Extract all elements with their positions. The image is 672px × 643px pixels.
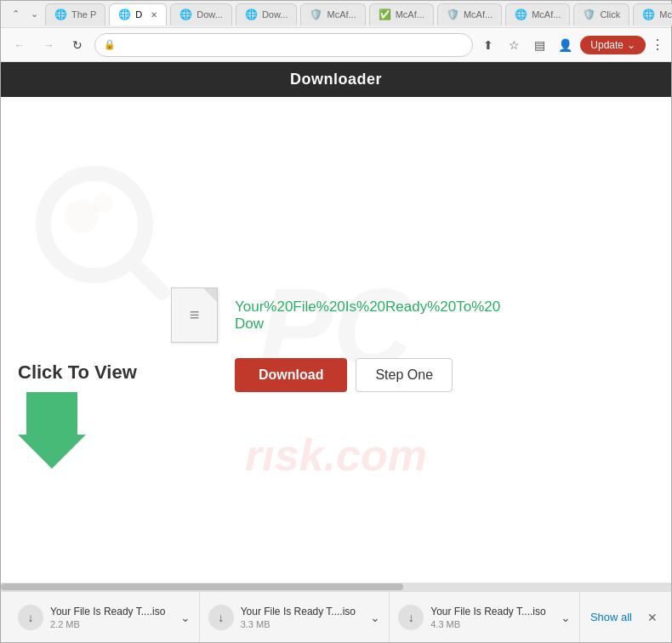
update-button[interactable]: Update ⌄	[580, 36, 646, 54]
download-button[interactable]: Download	[235, 358, 347, 392]
page-header: Downloader	[1, 62, 671, 97]
title-bar: ⌃ ⌄ 🌐 The P 🌐 D ✕ 🌐 Dow... 🌐 Dow... 🛡️	[1, 1, 671, 28]
forward-button[interactable]: →	[37, 33, 60, 57]
arrow-down-icon	[18, 392, 86, 469]
tab-favicon-1: 🌐	[54, 9, 66, 20]
dl-icon-3: ↓	[398, 605, 424, 630]
download-bar-close[interactable]: ✕	[642, 611, 663, 624]
dl-info-3: Your File Is Ready T....iso 4.3 MB	[430, 606, 550, 629]
tab-favicon-6: ✅	[379, 9, 390, 20]
tab-5[interactable]: 🛡️ McAf...	[300, 3, 365, 26]
tab-favicon-5: 🛡️	[310, 9, 322, 20]
svg-point-3	[93, 193, 113, 213]
tab-label-8: McAf...	[532, 9, 561, 20]
tab-close-icon[interactable]: ✕	[151, 10, 157, 20]
tab-favicon-7: 🛡️	[447, 9, 458, 20]
download-bar: ↓ Your File Is Ready T....iso 2.2 MB ⌄ ↓…	[1, 591, 671, 642]
dl-size-3: 4.3 MB	[430, 619, 550, 629]
file-ready-text: Your%20File%20Is%20Ready%20To%20Dow	[235, 299, 507, 333]
click-to-view-section: Click To View	[18, 361, 137, 472]
file-ready-section: ≡ Your%20File%20Is%20Ready%20To%20Dow	[171, 287, 654, 343]
download-item-1: ↓ Your File Is Ready T....iso 2.2 MB ⌄	[9, 592, 200, 642]
chevron-up-icon[interactable]: ⌃	[8, 7, 23, 22]
page-header-title: Downloader	[290, 71, 382, 88]
download-item-3: ↓ Your File Is Ready T....iso 4.3 MB ⌄	[390, 592, 580, 642]
tab-6[interactable]: ✅ McAf...	[369, 3, 434, 26]
update-chevron-icon: ⌄	[627, 39, 635, 51]
tab-label-3: Dow...	[196, 9, 223, 20]
step-one-button[interactable]: Step One	[356, 358, 453, 392]
browser-menu-button[interactable]: ⋮	[651, 37, 664, 53]
tab-3[interactable]: 🌐 Dow...	[170, 3, 232, 26]
tab-label-2: D	[135, 9, 142, 20]
zip-symbol: ≡	[190, 305, 200, 325]
tab-favicon-9: 🛡️	[583, 9, 595, 20]
lock-icon: 🔒	[104, 39, 116, 50]
tab-8[interactable]: 🌐 McAf...	[505, 3, 570, 26]
tab-label-4: Dow...	[262, 9, 288, 20]
file-icon: ≡	[171, 287, 218, 343]
profile-icon[interactable]: 👤	[555, 35, 575, 55]
tab-label-10: McAf...	[659, 9, 672, 20]
tab-label-1: The P	[71, 9, 96, 20]
dl-info-2: Your File Is Ready T....iso 3.3 MB	[241, 606, 361, 629]
dl-name-3: Your File Is Ready T....iso	[430, 606, 550, 617]
dl-chevron-1[interactable]: ⌄	[180, 611, 191, 624]
tab-label-7: McAf...	[464, 9, 493, 20]
tab-label-5: McAf...	[327, 9, 356, 20]
update-label: Update	[590, 39, 624, 51]
tab-9[interactable]: 🛡️ Click	[573, 3, 629, 26]
dl-size-1: 2.2 MB	[50, 619, 170, 629]
tab-label-9: Click	[600, 9, 620, 20]
chevron-down-icon[interactable]: ⌄	[26, 7, 42, 22]
tab-favicon-8: 🌐	[515, 9, 527, 20]
nav-right-controls: ⬆ ☆ ▤ 👤 Update ⌄ ⋮	[478, 35, 664, 55]
tab-strip: ⌃ ⌄ 🌐 The P 🌐 D ✕ 🌐 Dow... 🌐 Dow... 🛡️	[8, 3, 672, 26]
file-fold	[203, 288, 217, 302]
dl-info-1: Your File Is Ready T....iso 2.2 MB	[50, 606, 170, 629]
tab-label-6: McAf...	[396, 9, 424, 20]
show-all-button[interactable]: Show all	[580, 611, 642, 623]
dl-name-2: Your File Is Ready T....iso	[241, 606, 361, 617]
dl-name-1: Your File Is Ready T....iso	[50, 606, 170, 617]
dl-icon-2: ↓	[208, 605, 234, 630]
address-bar[interactable]: 🔒	[94, 33, 473, 57]
horizontal-scrollbar[interactable]	[1, 583, 671, 591]
tab-favicon-3: 🌐	[179, 9, 191, 20]
share-icon[interactable]: ⬆	[478, 35, 498, 55]
tab-favicon-10: 🌐	[642, 9, 654, 20]
browser-frame: ⌃ ⌄ 🌐 The P 🌐 D ✕ 🌐 Dow... 🌐 Dow... 🛡️	[0, 0, 672, 643]
scrollbar-thumb	[1, 583, 403, 590]
nav-bar: ← → ↻ 🔒 ⬆ ☆ ▤ 👤 Update ⌄ ⋮	[1, 28, 671, 62]
tab-4[interactable]: 🌐 Dow...	[236, 3, 298, 26]
tab-2[interactable]: 🌐 D ✕	[109, 3, 167, 26]
action-buttons: Download Step One	[235, 358, 654, 392]
tab-7[interactable]: 🛡️ McAf...	[437, 3, 502, 26]
sidebar-icon[interactable]: ▤	[529, 35, 550, 55]
dl-chevron-3[interactable]: ⌄	[561, 611, 571, 624]
svg-marker-4	[18, 392, 86, 469]
tab-favicon-4: 🌐	[245, 9, 257, 20]
tab-10[interactable]: 🌐 McAf...	[633, 3, 672, 26]
tab-favicon-2: 🌐	[118, 9, 130, 20]
dl-size-2: 3.3 MB	[241, 619, 361, 629]
download-item-2: ↓ Your File Is Ready T....iso 3.3 MB ⌄	[200, 592, 390, 642]
click-to-view-text: Click To View	[18, 361, 137, 384]
back-button[interactable]: ←	[8, 33, 31, 57]
refresh-button[interactable]: ↻	[65, 33, 89, 57]
dl-chevron-2[interactable]: ⌄	[370, 611, 380, 624]
page-content: PC rısk.com ≡ Your%20File%20Is%20Ready%2…	[1, 97, 671, 583]
dl-icon-1: ↓	[18, 605, 43, 630]
tab-1[interactable]: 🌐 The P	[45, 3, 105, 26]
star-icon[interactable]: ☆	[504, 35, 524, 55]
